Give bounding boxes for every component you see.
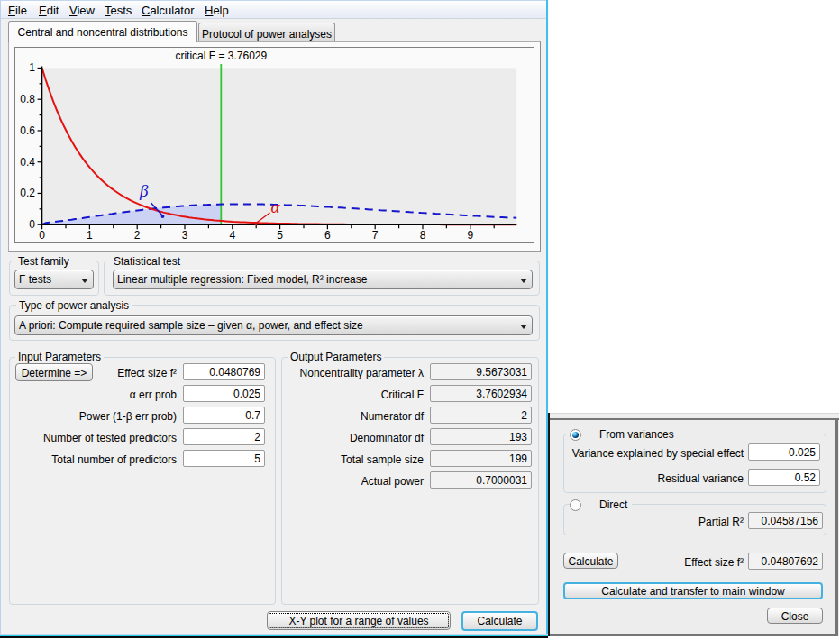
svg-text:9: 9 [467,229,473,242]
svg-text:1: 1 [87,229,93,242]
svg-text:critical F = 3.76029: critical F = 3.76029 [175,50,267,62]
svg-text:0: 0 [29,218,35,231]
svg-text:0.6: 0.6 [20,124,35,137]
svg-text:0: 0 [39,229,45,242]
svg-text:3: 3 [182,229,188,242]
svg-text:α: α [271,197,281,216]
svg-text:4: 4 [229,229,235,242]
svg-text:7: 7 [372,229,379,242]
svg-text:5: 5 [277,229,283,242]
svg-text:0.4: 0.4 [20,156,35,169]
svg-text:1: 1 [29,61,35,74]
svg-text:β: β [139,181,149,200]
svg-text:6: 6 [324,229,331,242]
svg-text:0.8: 0.8 [20,93,35,105]
svg-text:0.2: 0.2 [20,187,35,199]
svg-text:2: 2 [134,229,141,242]
svg-text:8: 8 [420,229,426,242]
